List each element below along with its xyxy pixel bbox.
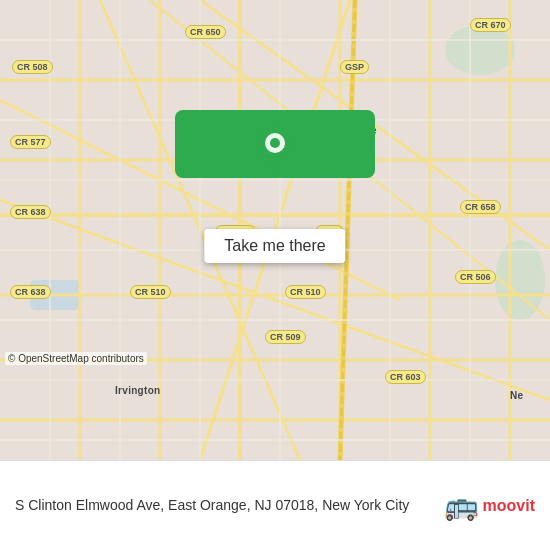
osm-attribution[interactable]: © OpenStreetMap contributors: [5, 352, 147, 365]
city-label-ne: Ne: [510, 390, 523, 401]
road-label-cr510-1: CR 510: [130, 285, 171, 299]
svg-point-39: [270, 138, 280, 148]
moovit-brand-name: moovit: [483, 497, 535, 515]
road-label-cr638-1: CR 638: [10, 205, 51, 219]
svg-marker-40: [267, 153, 283, 171]
map-container: Take me there CR 650 CR 670 CR 508 CR 57…: [0, 0, 550, 460]
road-label-cr650: CR 650: [185, 25, 226, 39]
location-pin-icon: [255, 125, 295, 173]
info-bar: S Clinton Elmwood Ave, East Orange, NJ 0…: [0, 460, 550, 550]
road-label-cr670: CR 670: [470, 18, 511, 32]
road-label-gsp-2: GSP: [340, 60, 369, 74]
road-label-cr510-2: CR 510: [285, 285, 326, 299]
road-label-cr603: CR 603: [385, 370, 426, 384]
take-me-there-button[interactable]: Take me there: [204, 229, 345, 263]
moovit-bus-icon: 🚌: [444, 489, 479, 522]
city-label-irvington: Irvington: [115, 385, 160, 396]
road-label-cr508: CR 508: [12, 60, 53, 74]
road-label-cr638-2: CR 638: [10, 285, 51, 299]
road-label-cr506: CR 506: [455, 270, 496, 284]
road-label-cr577: CR 577: [10, 135, 51, 149]
road-label-cr509: CR 509: [265, 330, 306, 344]
address-label: S Clinton Elmwood Ave, East Orange, NJ 0…: [15, 497, 409, 513]
moovit-logo: 🚌 moovit: [444, 489, 535, 522]
road-label-cr658: CR 658: [460, 200, 501, 214]
svg-point-2: [495, 240, 545, 320]
svg-point-1: [445, 25, 515, 75]
location-pin-card: [175, 110, 375, 178]
info-text: S Clinton Elmwood Ave, East Orange, NJ 0…: [15, 496, 444, 516]
